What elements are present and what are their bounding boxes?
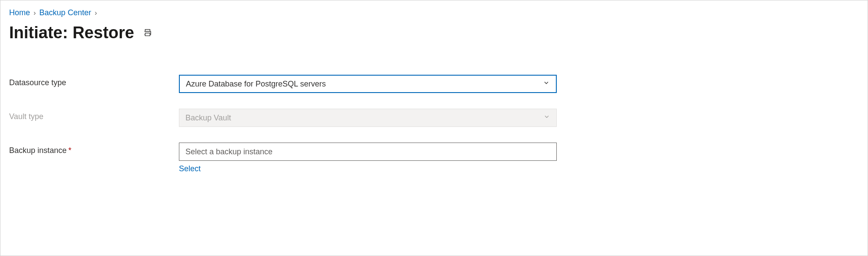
datasource-type-select[interactable]: Azure Database for PostgreSQL servers bbox=[179, 75, 557, 93]
breadcrumb: Home › Backup Center › bbox=[9, 8, 859, 17]
required-asterisk: * bbox=[68, 146, 71, 155]
chevron-down-icon bbox=[543, 80, 550, 89]
page-title: Initiate: Restore bbox=[9, 23, 134, 42]
breadcrumb-backup-center[interactable]: Backup Center bbox=[39, 8, 91, 17]
vault-type-value: Backup Vault bbox=[185, 113, 231, 123]
backup-instance-input[interactable] bbox=[179, 143, 557, 161]
backup-instance-label: Backup instance* bbox=[9, 143, 179, 155]
vault-type-label: Vault type bbox=[9, 109, 179, 121]
breadcrumb-home[interactable]: Home bbox=[9, 8, 30, 17]
vault-type-select: Backup Vault bbox=[179, 109, 557, 127]
form-row-backup-instance: Backup instance* Select bbox=[9, 143, 859, 173]
datasource-type-label: Datasource type bbox=[9, 75, 179, 87]
chevron-down-icon bbox=[543, 113, 550, 123]
datasource-type-value: Azure Database for PostgreSQL servers bbox=[186, 80, 326, 89]
page-header: Initiate: Restore bbox=[9, 23, 859, 42]
select-link[interactable]: Select bbox=[179, 164, 201, 173]
chevron-right-icon: › bbox=[94, 9, 97, 17]
form-row-vault-type: Vault type Backup Vault bbox=[9, 109, 859, 127]
form-row-datasource-type: Datasource type Azure Database for Postg… bbox=[9, 75, 859, 93]
print-icon[interactable] bbox=[143, 28, 152, 38]
chevron-right-icon: › bbox=[34, 9, 36, 17]
